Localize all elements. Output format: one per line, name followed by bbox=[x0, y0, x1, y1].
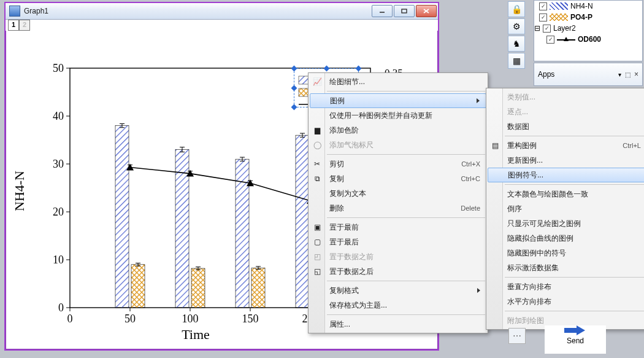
menu-item-label: 置于数据之前 bbox=[329, 252, 374, 262]
copy-icon: ⧉ bbox=[312, 174, 322, 184]
tool-button-4[interactable]: ▦ bbox=[508, 53, 525, 69]
menu-separator bbox=[327, 217, 485, 218]
svg-text:50: 50 bbox=[53, 62, 64, 74]
svg-text:50: 50 bbox=[125, 313, 136, 325]
tree-label: NH4-N bbox=[570, 2, 593, 10]
front-icon: ▣ bbox=[312, 222, 322, 232]
menu-item-label: 重构图例 bbox=[507, 141, 537, 151]
tree-label: OD600 bbox=[578, 35, 601, 44]
menu-item[interactable]: ▤重构图例Ctrl+L bbox=[488, 138, 644, 153]
svg-text:0: 0 bbox=[58, 302, 64, 314]
menu-item: ◯添加气泡标尺 bbox=[310, 138, 486, 152]
svg-rect-18 bbox=[115, 126, 129, 308]
menu-shortcut: Ctrl+C bbox=[443, 175, 480, 182]
menu-shortcut: Ctrl+X bbox=[443, 160, 480, 168]
tool-button-3[interactable]: ♞ bbox=[508, 36, 525, 52]
swatch-cross bbox=[550, 14, 568, 21]
dropdown-icon[interactable]: ▾ bbox=[618, 71, 621, 78]
swatch-line bbox=[557, 36, 575, 43]
menu-item[interactable]: 属性... bbox=[310, 317, 486, 332]
tool-button-2[interactable]: ⚙ bbox=[508, 18, 525, 34]
svg-rect-1 bbox=[402, 9, 407, 13]
tool-button-1[interactable]: 🔒 bbox=[508, 1, 525, 17]
menu-item[interactable]: 仅使用一种图例类型并自动更新 bbox=[310, 108, 486, 123]
menu-item-label: 复制为文本 bbox=[329, 189, 366, 199]
menu-item-label: 垂直方向排布 bbox=[507, 282, 551, 292]
tree-label: PO4-P bbox=[570, 13, 592, 21]
menu-item[interactable]: ⧉复制Ctrl+C bbox=[310, 171, 486, 186]
svg-text:150: 150 bbox=[242, 313, 259, 325]
menu-item-label: 剪切 bbox=[329, 159, 344, 169]
submenu-arrow-icon bbox=[464, 96, 480, 105]
bubble-icon: ◯ bbox=[312, 140, 322, 150]
svg-text:30: 30 bbox=[53, 158, 64, 170]
apps-panel[interactable]: Apps ▾ ⬚ × bbox=[534, 63, 643, 86]
titlebar[interactable]: Graph1 bbox=[6, 3, 438, 20]
close-button[interactable] bbox=[416, 5, 437, 17]
arrow-icon bbox=[564, 325, 586, 335]
menu-item[interactable]: 复制为文本 bbox=[310, 186, 486, 201]
menu-item-label: 图例 bbox=[330, 96, 345, 106]
menu-item-label: 图例符号... bbox=[508, 170, 543, 181]
menu-item[interactable]: 文本颜色与绘图颜色一致 bbox=[488, 187, 644, 201]
pin-icon[interactable]: ⬚ bbox=[625, 71, 631, 78]
window-title: Graph1 bbox=[24, 7, 372, 15]
menu-item[interactable]: ▢置于最后 bbox=[310, 235, 486, 249]
tree-label: Layer2 bbox=[553, 24, 576, 33]
menu-separator bbox=[505, 277, 644, 278]
side-button[interactable]: ⋯ bbox=[508, 328, 526, 344]
checkbox[interactable] bbox=[543, 25, 551, 33]
menu-separator bbox=[327, 314, 485, 315]
layer-tab-2[interactable]: 2 bbox=[19, 20, 30, 31]
menu-item[interactable]: 倒序 bbox=[488, 201, 644, 216]
menu-item-label: 置于最后 bbox=[329, 237, 359, 247]
checkbox[interactable] bbox=[546, 36, 554, 44]
maximize-button[interactable] bbox=[394, 5, 415, 17]
layer-tree[interactable]: NH4-N PO4-P ⊟Layer2 OD600 bbox=[534, 0, 643, 61]
menu-item-label: 删除 bbox=[329, 203, 344, 214]
checkbox[interactable] bbox=[539, 14, 547, 21]
menu-item-label: 保存格式为主题... bbox=[329, 300, 387, 311]
menu-item[interactable]: 图例 bbox=[310, 93, 486, 108]
close-icon[interactable]: × bbox=[634, 70, 638, 79]
menu-item: 逐点... bbox=[488, 104, 644, 119]
palette-icon: ▆ bbox=[312, 125, 322, 135]
menu-item-label: 文本颜色与绘图颜色一致 bbox=[507, 189, 588, 200]
menu-item[interactable]: 图例符号... bbox=[488, 168, 644, 182]
menu-item[interactable]: 水平方向排布 bbox=[488, 294, 644, 309]
layer-tab-1[interactable]: 1 bbox=[8, 20, 19, 31]
menu-item[interactable]: 隐藏图例中的符号 bbox=[488, 246, 644, 260]
menu-item[interactable]: 📈绘图细节... bbox=[310, 74, 486, 89]
menu-item-label: 隐藏图例中的符号 bbox=[507, 248, 566, 259]
menu-item[interactable]: 垂直方向排布 bbox=[488, 279, 644, 294]
menu-item-label: 倒序 bbox=[507, 204, 522, 214]
menu-item[interactable]: 更新图例... bbox=[488, 153, 644, 168]
menu-separator bbox=[505, 184, 644, 185]
apps-title: Apps bbox=[538, 70, 615, 79]
send-command[interactable]: Send bbox=[545, 325, 606, 354]
svg-text:40: 40 bbox=[53, 110, 64, 122]
menu-separator bbox=[505, 136, 644, 136]
menu-separator bbox=[327, 154, 485, 155]
menu-item-label: 置于最前 bbox=[329, 222, 359, 233]
menu-item-label: 只显示可见绘图之图例 bbox=[507, 219, 581, 229]
app-icon bbox=[9, 6, 20, 17]
menu-item[interactable]: ▣置于最前 bbox=[310, 220, 486, 235]
menu-item[interactable]: 保存格式为主题... bbox=[310, 298, 486, 313]
legend-icon: ▤ bbox=[490, 141, 500, 150]
menu-item[interactable]: 复制格式 bbox=[310, 283, 486, 298]
menu-item[interactable]: 数据图 bbox=[488, 119, 644, 134]
menu-item-label: 更新图例... bbox=[507, 155, 543, 166]
legend-submenu: 类别值...逐点...数据图▤重构图例Ctrl+L更新图例...图例符号...文… bbox=[486, 88, 644, 330]
minimize-button[interactable] bbox=[372, 5, 393, 17]
menu-item[interactable]: ✂剪切Ctrl+X bbox=[310, 157, 486, 171]
menu-item[interactable]: 标示激活数据集 bbox=[488, 260, 644, 275]
svg-text:20: 20 bbox=[53, 206, 64, 218]
menu-item[interactable]: 隐藏拟合曲线的图例 bbox=[488, 231, 644, 246]
menu-item[interactable]: ▆添加色阶 bbox=[310, 123, 486, 138]
menu-item-label: 标示激活数据集 bbox=[507, 263, 559, 273]
checkbox[interactable] bbox=[539, 2, 547, 10]
menu-item[interactable]: 只显示可见绘图之图例 bbox=[488, 216, 644, 231]
menu-item[interactable]: ◱置于数据之后 bbox=[310, 264, 486, 279]
menu-item[interactable]: 删除Delete bbox=[310, 201, 486, 216]
